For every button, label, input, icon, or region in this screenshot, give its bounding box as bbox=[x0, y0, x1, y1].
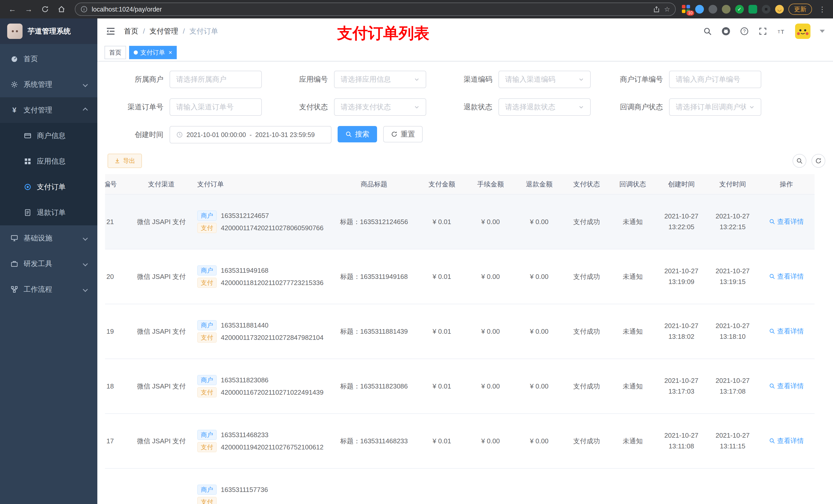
table-toolbar: 导出 bbox=[108, 154, 825, 168]
callback-status: 未通知 bbox=[610, 270, 656, 283]
extension-olive-icon[interactable] bbox=[722, 5, 731, 14]
channel-pay-no: 4200001174202110278060590766 bbox=[221, 224, 324, 232]
share-icon[interactable] bbox=[653, 6, 660, 13]
user-avatar[interactable] bbox=[795, 24, 810, 39]
app-title: 芋道管理系统 bbox=[28, 26, 71, 36]
create-time-range-picker[interactable]: 2021-10-01 00:00:00 - 2021-10-31 23:59:5… bbox=[170, 126, 331, 143]
pay-status: 支付成功 bbox=[564, 380, 610, 393]
avatar-dropdown-caret[interactable] bbox=[820, 30, 825, 33]
sidebar-item-workflow[interactable]: 工作流程 bbox=[0, 277, 97, 302]
view-detail-link[interactable]: 查看详情 bbox=[769, 436, 804, 446]
browser-reload-button[interactable] bbox=[38, 2, 52, 16]
profile-avatar-icon[interactable]: ◡ bbox=[775, 5, 784, 14]
pay-channel bbox=[130, 494, 192, 498]
refresh-icon bbox=[815, 158, 822, 164]
pay-order-cell: 商户1635311468233 支付4200001194202110276752… bbox=[192, 426, 330, 456]
tab-pay-order[interactable]: 支付订单 × bbox=[129, 46, 177, 59]
pay-tag: 支付 bbox=[197, 497, 217, 504]
breadcrumb-home[interactable]: 首页 bbox=[124, 26, 138, 36]
pay-time: 2021-10-2713:11:15 bbox=[707, 428, 758, 454]
sidebar-item-system[interactable]: 系统管理 bbox=[0, 72, 97, 97]
merchant-input[interactable] bbox=[170, 71, 262, 88]
breadcrumb-payment[interactable]: 支付管理 bbox=[149, 26, 178, 36]
select-placeholder: 请选择订单回调商户状态 bbox=[676, 102, 746, 112]
fullscreen-icon[interactable] bbox=[758, 27, 767, 36]
font-size-icon[interactable]: TT bbox=[777, 27, 786, 36]
sidebar-item-home[interactable]: 首页 bbox=[0, 46, 97, 72]
create-time bbox=[656, 494, 707, 498]
sidebar-toggle-icon[interactable] bbox=[105, 26, 116, 37]
sidebar-item-dev-tools[interactable]: 研发工具 bbox=[0, 251, 97, 277]
extensions-pin-icon[interactable] bbox=[762, 5, 770, 14]
sidebar-item-merchant-info[interactable]: 商户信息 bbox=[0, 123, 97, 148]
table-row[interactable]: 商户1635311157736 支付 bbox=[105, 469, 814, 504]
extension-check-icon[interactable]: ✓ bbox=[735, 5, 744, 14]
sidebar-item-pay-order[interactable]: 支付订单 bbox=[0, 174, 97, 200]
pay-status: 支付成功 bbox=[564, 325, 610, 338]
browser-update-button[interactable]: 更新 bbox=[788, 4, 812, 15]
merchant-tag: 商户 bbox=[197, 375, 217, 385]
svg-text:T: T bbox=[781, 29, 784, 35]
table-row[interactable]: 19 微信 JSAPI 支付 商户1635311881440 支付4200001… bbox=[105, 304, 814, 359]
search-button[interactable]: 搜索 bbox=[338, 126, 377, 142]
address-bar[interactable]: localhost:1024/pay/order ☆ bbox=[75, 3, 676, 16]
site-info-icon[interactable] bbox=[80, 6, 88, 13]
view-detail-link[interactable]: 查看详情 bbox=[769, 272, 804, 281]
sidebar-item-infrastructure[interactable]: 基础设施 bbox=[0, 225, 97, 251]
extension-apps-icon[interactable]: 10 bbox=[682, 5, 691, 14]
chevron-down-icon bbox=[83, 82, 88, 87]
sidebar-item-refund-order[interactable]: 退款订单 bbox=[0, 200, 97, 225]
callback-status-select[interactable]: 请选择订单回调商户状态 bbox=[669, 98, 761, 116]
help-icon[interactable]: ? bbox=[740, 27, 749, 36]
main-area: 首页 / 支付管理 / 支付订单 支付订单列表 ? TT 首页 bbox=[97, 19, 833, 504]
chevron-down-icon bbox=[749, 104, 755, 110]
filter-row: 渠道订单号 支付状态 请选择支付状态 退款状态 请选择退款状态 bbox=[126, 98, 825, 116]
browser-home-button[interactable] bbox=[54, 2, 69, 16]
pay-status-select[interactable]: 请选择支付状态 bbox=[334, 98, 426, 116]
bookmark-star-icon[interactable]: ☆ bbox=[664, 5, 670, 13]
sidebar-item-payment[interactable]: ¥ 支付管理 bbox=[0, 97, 97, 123]
extension-green-square-icon[interactable] bbox=[748, 5, 757, 14]
grid-icon bbox=[24, 157, 32, 165]
pay-amount bbox=[418, 494, 466, 498]
navbar-actions: ? TT bbox=[703, 24, 825, 39]
refund-amount: ¥ 0.00 bbox=[515, 380, 564, 392]
view-detail-link[interactable]: 查看详情 bbox=[769, 382, 804, 390]
credit-card-icon bbox=[24, 131, 32, 140]
refresh-icon bbox=[391, 131, 398, 138]
extension-gray-icon[interactable] bbox=[709, 5, 717, 14]
close-icon[interactable]: × bbox=[169, 49, 172, 55]
pay-order-cell: 商户1635311823086 支付4200001167202110271022… bbox=[192, 371, 330, 402]
extension-drop-icon[interactable] bbox=[695, 5, 704, 14]
tab-home[interactable]: 首页 bbox=[104, 46, 126, 59]
channel-code-select[interactable]: 请输入渠道编码 bbox=[498, 71, 591, 88]
search-icon bbox=[769, 273, 775, 280]
browser-toolbar: ← → localhost:1024/pay/order ☆ 10 ✓ ◡ 更新… bbox=[0, 0, 833, 19]
browser-back-button[interactable]: ← bbox=[5, 2, 20, 16]
github-icon[interactable] bbox=[721, 27, 731, 36]
fee-amount: ¥ 0.00 bbox=[466, 435, 515, 447]
browser-menu-icon[interactable]: ⋮ bbox=[817, 5, 828, 14]
app-select[interactable]: 请选择应用信息 bbox=[334, 71, 426, 88]
browser-forward-button[interactable]: → bbox=[22, 2, 36, 16]
search-icon[interactable] bbox=[703, 27, 712, 36]
merchant-order-no-input[interactable] bbox=[669, 71, 761, 88]
table-row[interactable]: 18 微信 JSAPI 支付 商户1635311823086 支付4200001… bbox=[105, 359, 814, 414]
view-detail-link[interactable]: 查看详情 bbox=[769, 327, 804, 336]
table-row[interactable]: 20 微信 JSAPI 支付 商户1635311949168 支付4200001… bbox=[105, 249, 814, 304]
sidebar-item-label: 支付管理 bbox=[24, 105, 52, 115]
sidebar-logo[interactable]: 芋道管理系统 bbox=[0, 19, 97, 44]
reset-button[interactable]: 重置 bbox=[383, 126, 423, 142]
channel-order-no-input[interactable] bbox=[170, 98, 262, 116]
table-row[interactable]: 17 微信 JSAPI 支付 商户1635311468233 支付4200001… bbox=[105, 414, 814, 469]
export-button[interactable]: 导出 bbox=[108, 154, 142, 168]
chevron-down-icon bbox=[578, 104, 584, 110]
refund-status-select[interactable]: 请选择退款状态 bbox=[498, 98, 591, 116]
filter-label: 商户订单编号 bbox=[620, 74, 669, 84]
sidebar-item-app-info[interactable]: 应用信息 bbox=[0, 148, 97, 174]
toggle-search-button[interactable] bbox=[792, 154, 806, 168]
create-time: 2021-10-2713:17:03 bbox=[656, 374, 707, 399]
table-row[interactable]: 21 微信 JSAPI 支付 商户1635312124657 支付4200001… bbox=[105, 195, 814, 249]
refresh-table-button[interactable] bbox=[811, 154, 825, 168]
view-detail-link[interactable]: 查看详情 bbox=[769, 217, 804, 226]
